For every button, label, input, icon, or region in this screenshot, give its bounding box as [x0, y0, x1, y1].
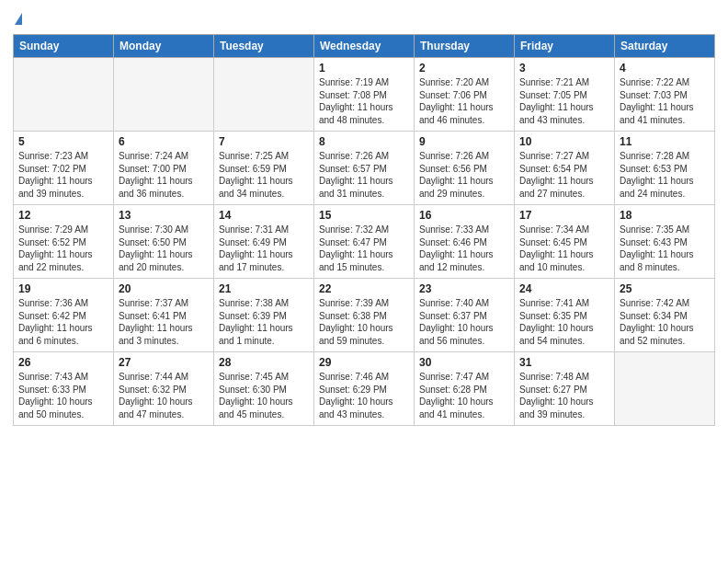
- calendar-cell: 3Sunrise: 7:21 AM Sunset: 7:05 PM Daylig…: [515, 58, 615, 132]
- calendar-cell: 9Sunrise: 7:26 AM Sunset: 6:56 PM Daylig…: [415, 132, 515, 205]
- day-number: 18: [620, 209, 710, 222]
- logo-triangle-icon: [15, 13, 22, 25]
- calendar-cell: 8Sunrise: 7:26 AM Sunset: 6:57 PM Daylig…: [314, 132, 415, 205]
- day-info: Sunrise: 7:37 AM Sunset: 6:41 PM Dayligh…: [119, 297, 209, 347]
- calendar-week-row: 19Sunrise: 7:36 AM Sunset: 6:42 PM Dayli…: [14, 279, 715, 352]
- calendar-cell: 21Sunrise: 7:38 AM Sunset: 6:39 PM Dayli…: [214, 279, 314, 352]
- day-number: 13: [119, 209, 209, 222]
- day-number: 16: [419, 209, 509, 222]
- day-info: Sunrise: 7:28 AM Sunset: 6:53 PM Dayligh…: [620, 150, 710, 200]
- calendar-cell: [114, 58, 214, 132]
- day-number: 11: [620, 135, 710, 148]
- day-number: 31: [519, 356, 609, 369]
- day-number: 24: [519, 282, 609, 295]
- day-number: 27: [119, 356, 209, 369]
- day-info: Sunrise: 7:45 AM Sunset: 6:30 PM Dayligh…: [219, 371, 309, 420]
- calendar-header-row: SundayMondayTuesdayWednesdayThursdayFrid…: [14, 35, 715, 58]
- day-number: 8: [319, 135, 409, 148]
- day-info: Sunrise: 7:21 AM Sunset: 7:05 PM Dayligh…: [519, 76, 609, 126]
- day-of-week-header: Monday: [114, 35, 214, 58]
- calendar-cell: 22Sunrise: 7:39 AM Sunset: 6:38 PM Dayli…: [314, 279, 415, 352]
- day-info: Sunrise: 7:46 AM Sunset: 6:29 PM Dayligh…: [319, 371, 409, 420]
- day-info: Sunrise: 7:24 AM Sunset: 7:00 PM Dayligh…: [119, 150, 209, 200]
- calendar-cell: [214, 58, 314, 132]
- day-info: Sunrise: 7:32 AM Sunset: 6:47 PM Dayligh…: [319, 224, 409, 273]
- calendar-cell: 29Sunrise: 7:46 AM Sunset: 6:29 PM Dayli…: [314, 352, 415, 426]
- day-of-week-header: Saturday: [615, 35, 715, 58]
- calendar-cell: [14, 58, 114, 132]
- day-number: 17: [519, 209, 609, 222]
- calendar-week-row: 12Sunrise: 7:29 AM Sunset: 6:52 PM Dayli…: [14, 205, 715, 279]
- day-info: Sunrise: 7:26 AM Sunset: 6:56 PM Dayligh…: [419, 150, 509, 200]
- day-number: 3: [519, 62, 609, 75]
- logo-area: [13, 9, 22, 30]
- day-of-week-header: Thursday: [415, 35, 515, 58]
- day-info: Sunrise: 7:48 AM Sunset: 6:27 PM Dayligh…: [519, 371, 609, 420]
- calendar-cell: 5Sunrise: 7:23 AM Sunset: 7:02 PM Daylig…: [14, 132, 114, 205]
- day-of-week-header: Sunday: [14, 35, 114, 58]
- day-number: 7: [219, 135, 309, 148]
- day-info: Sunrise: 7:31 AM Sunset: 6:49 PM Dayligh…: [219, 224, 309, 273]
- day-number: 25: [620, 282, 710, 295]
- calendar-cell: 1Sunrise: 7:19 AM Sunset: 7:08 PM Daylig…: [314, 58, 415, 132]
- calendar-cell: 25Sunrise: 7:42 AM Sunset: 6:34 PM Dayli…: [615, 279, 715, 352]
- day-info: Sunrise: 7:38 AM Sunset: 6:39 PM Dayligh…: [219, 297, 309, 347]
- calendar-week-row: 1Sunrise: 7:19 AM Sunset: 7:08 PM Daylig…: [14, 58, 715, 132]
- calendar-cell: 18Sunrise: 7:35 AM Sunset: 6:43 PM Dayli…: [615, 205, 715, 279]
- day-info: Sunrise: 7:33 AM Sunset: 6:46 PM Dayligh…: [419, 224, 509, 273]
- day-info: Sunrise: 7:44 AM Sunset: 6:32 PM Dayligh…: [119, 371, 209, 420]
- day-number: 4: [620, 62, 710, 75]
- calendar-page: SundayMondayTuesdayWednesdayThursdayFrid…: [0, 0, 728, 563]
- day-info: Sunrise: 7:42 AM Sunset: 6:34 PM Dayligh…: [620, 297, 710, 347]
- calendar-cell: 4Sunrise: 7:22 AM Sunset: 7:03 PM Daylig…: [615, 58, 715, 132]
- day-number: 22: [319, 282, 409, 295]
- calendar-cell: 13Sunrise: 7:30 AM Sunset: 6:50 PM Dayli…: [114, 205, 214, 279]
- day-info: Sunrise: 7:20 AM Sunset: 7:06 PM Dayligh…: [419, 76, 509, 126]
- day-info: Sunrise: 7:36 AM Sunset: 6:42 PM Dayligh…: [18, 297, 108, 347]
- calendar-cell: 23Sunrise: 7:40 AM Sunset: 6:37 PM Dayli…: [415, 279, 515, 352]
- calendar-week-row: 5Sunrise: 7:23 AM Sunset: 7:02 PM Daylig…: [14, 132, 715, 205]
- calendar-cell: 30Sunrise: 7:47 AM Sunset: 6:28 PM Dayli…: [415, 352, 515, 426]
- day-of-week-header: Friday: [515, 35, 615, 58]
- day-number: 10: [519, 135, 609, 148]
- day-info: Sunrise: 7:22 AM Sunset: 7:03 PM Dayligh…: [620, 76, 710, 126]
- day-of-week-header: Tuesday: [214, 35, 314, 58]
- day-number: 30: [419, 356, 509, 369]
- calendar-cell: 20Sunrise: 7:37 AM Sunset: 6:41 PM Dayli…: [114, 279, 214, 352]
- day-number: 12: [18, 209, 108, 222]
- calendar-cell: 26Sunrise: 7:43 AM Sunset: 6:33 PM Dayli…: [14, 352, 114, 426]
- day-info: Sunrise: 7:29 AM Sunset: 6:52 PM Dayligh…: [18, 224, 108, 273]
- day-number: 14: [219, 209, 309, 222]
- day-info: Sunrise: 7:47 AM Sunset: 6:28 PM Dayligh…: [419, 371, 509, 420]
- calendar-cell: 27Sunrise: 7:44 AM Sunset: 6:32 PM Dayli…: [114, 352, 214, 426]
- calendar-cell: 12Sunrise: 7:29 AM Sunset: 6:52 PM Dayli…: [14, 205, 114, 279]
- calendar-cell: [615, 352, 715, 426]
- calendar-cell: 16Sunrise: 7:33 AM Sunset: 6:46 PM Dayli…: [415, 205, 515, 279]
- header: [13, 9, 715, 30]
- day-number: 20: [119, 282, 209, 295]
- day-number: 5: [18, 135, 108, 148]
- day-number: 29: [319, 356, 409, 369]
- calendar-cell: 19Sunrise: 7:36 AM Sunset: 6:42 PM Dayli…: [14, 279, 114, 352]
- day-info: Sunrise: 7:43 AM Sunset: 6:33 PM Dayligh…: [18, 371, 108, 420]
- day-info: Sunrise: 7:27 AM Sunset: 6:54 PM Dayligh…: [519, 150, 609, 200]
- calendar-week-row: 26Sunrise: 7:43 AM Sunset: 6:33 PM Dayli…: [14, 352, 715, 426]
- day-number: 26: [18, 356, 108, 369]
- day-number: 21: [219, 282, 309, 295]
- day-info: Sunrise: 7:41 AM Sunset: 6:35 PM Dayligh…: [519, 297, 609, 347]
- calendar-cell: 14Sunrise: 7:31 AM Sunset: 6:49 PM Dayli…: [214, 205, 314, 279]
- day-info: Sunrise: 7:19 AM Sunset: 7:08 PM Dayligh…: [319, 76, 409, 126]
- calendar-cell: 10Sunrise: 7:27 AM Sunset: 6:54 PM Dayli…: [515, 132, 615, 205]
- day-info: Sunrise: 7:23 AM Sunset: 7:02 PM Dayligh…: [18, 150, 108, 200]
- day-number: 19: [18, 282, 108, 295]
- day-info: Sunrise: 7:40 AM Sunset: 6:37 PM Dayligh…: [419, 297, 509, 347]
- day-number: 2: [419, 62, 509, 75]
- calendar-cell: 24Sunrise: 7:41 AM Sunset: 6:35 PM Dayli…: [515, 279, 615, 352]
- day-of-week-header: Wednesday: [314, 35, 415, 58]
- day-number: 9: [419, 135, 509, 148]
- day-info: Sunrise: 7:25 AM Sunset: 6:59 PM Dayligh…: [219, 150, 309, 200]
- calendar-cell: 15Sunrise: 7:32 AM Sunset: 6:47 PM Dayli…: [314, 205, 415, 279]
- day-number: 28: [219, 356, 309, 369]
- calendar-cell: 31Sunrise: 7:48 AM Sunset: 6:27 PM Dayli…: [515, 352, 615, 426]
- calendar-cell: 28Sunrise: 7:45 AM Sunset: 6:30 PM Dayli…: [214, 352, 314, 426]
